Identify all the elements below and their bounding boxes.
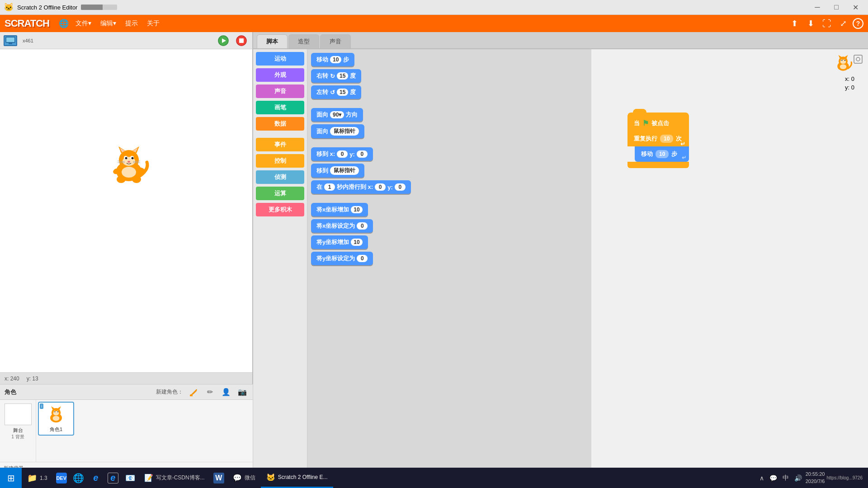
category-more[interactable]: 更多积木 [256, 203, 304, 216]
block-glide[interactable]: 在 1 秒内滑行到 x: 0 y: 0 [311, 180, 411, 194]
category-sensing[interactable]: 侦测 [256, 170, 304, 184]
taskbar-files[interactable]: 📁 1.3 [22, 468, 53, 488]
category-control[interactable]: 控制 [256, 154, 304, 168]
maximize-button[interactable]: □ [827, 0, 845, 15]
block-glide-y[interactable]: 0 [395, 183, 406, 191]
article-label: 写文章-CSDN博客... [156, 474, 205, 482]
brush-sprite-button[interactable]: ✏ [204, 386, 216, 398]
tab-scripts[interactable]: 脚本 [257, 34, 288, 48]
sprite-info-badge[interactable]: i [40, 404, 43, 409]
taskbar-scratch[interactable]: 🐱 Scratch 2 Offline E... [261, 468, 333, 488]
menu-bar: SCRATCH 🌐 文件▾ 编辑▾ 提示 关于 ⬆ ⬇ ⛶ ⤢ ? [0, 15, 868, 32]
block-set-x-value[interactable]: 0 [357, 222, 368, 230]
file-menu[interactable]: 文件▾ [71, 18, 96, 29]
block-turn-right-value[interactable]: 15 [337, 72, 348, 80]
stage-thumbnail[interactable]: 舞台 1 背景 [0, 400, 36, 462]
svg-point-38 [53, 416, 60, 421]
category-operators[interactable]: 运算 [256, 187, 304, 200]
scratch-logo[interactable]: SCRATCH [5, 18, 49, 29]
word-icon: W [213, 473, 224, 483]
block-turn-right[interactable]: 右转 ↻ 15 度 [311, 69, 361, 83]
category-events[interactable]: 事件 [256, 138, 304, 151]
script-move-block[interactable]: 移动 10 步 ↵ [635, 146, 689, 162]
block-glide-x[interactable]: 0 [375, 183, 386, 191]
globe-button[interactable]: 🌐 [57, 16, 71, 31]
block-change-x[interactable]: 将x坐标增加 10 [311, 203, 368, 216]
block-set-x[interactable]: 将x坐标设定为 0 [311, 219, 373, 233]
chat-icon[interactable]: 💬 [768, 474, 779, 482]
help-icon[interactable]: ? [853, 18, 863, 29]
block-turn-right-label: 右转 [316, 72, 328, 80]
block-change-x-value[interactable]: 10 [351, 206, 362, 213]
block-point-dir-value[interactable]: 90▾ [330, 111, 344, 118]
sprite-thumb-small [832, 54, 854, 74]
repeat-value[interactable]: 10 [660, 135, 673, 143]
taskbar-ie2[interactable]: e [104, 468, 122, 488]
dev-icon: DEV [56, 473, 67, 483]
volume-icon[interactable]: 🔊 [793, 474, 804, 482]
ie2-icon: e [108, 473, 118, 483]
camera-sprite-button[interactable]: 📷 [236, 386, 248, 398]
close-button[interactable]: ✕ [846, 0, 864, 15]
expand-icon[interactable]: ∧ [758, 474, 766, 482]
block-point-toward[interactable]: 面向 鼠标指针 [311, 124, 364, 138]
block-move[interactable]: 移动 10 步 [311, 53, 354, 66]
download-icon[interactable]: ⬇ [804, 17, 817, 30]
category-looks[interactable]: 外观 [256, 68, 304, 82]
stage-canvas [0, 49, 252, 372]
category-data[interactable]: 数据 [256, 117, 304, 131]
paint-sprite-button[interactable] [188, 386, 199, 398]
taskbar-email[interactable]: 📧 [122, 468, 139, 488]
script-hat-block[interactable]: 当 ⚑ 被点击 [627, 113, 689, 131]
title-bar: 🐱 Scratch 2 Offline Editor ─ □ ✕ [0, 0, 868, 15]
block-goto-target-value[interactable]: 鼠标指针 [330, 166, 359, 175]
block-goto-target[interactable]: 移到 鼠标指针 [311, 164, 364, 178]
tab-costumes[interactable]: 造型 [288, 34, 319, 48]
taskbar-ie1[interactable]: e [87, 468, 104, 488]
taskbar-dev[interactable]: DEV [53, 468, 70, 488]
taskbar-article[interactable]: 📝 写文章-CSDN博客... [139, 468, 210, 488]
block-change-y[interactable]: 将y坐标增加 10 [311, 235, 368, 249]
about-menu[interactable]: 关于 [142, 18, 164, 29]
block-point-toward-target[interactable]: 鼠标指针 [330, 127, 359, 136]
fullscreen-toggle[interactable] [852, 53, 864, 66]
category-pen[interactable]: 画笔 [256, 101, 304, 114]
tips-menu[interactable]: 提示 [121, 18, 142, 29]
blog-url: https://blog...9726 [826, 475, 863, 480]
stop-button[interactable] [234, 34, 249, 47]
tab-sounds[interactable]: 声音 [320, 34, 351, 48]
script-repeat-block[interactable]: 重复执行 10 次 ↵ [627, 131, 689, 146]
block-set-y-value[interactable]: 0 [357, 255, 368, 262]
block-set-y[interactable]: 将y坐标设定为 0 [311, 252, 373, 265]
move-value[interactable]: 10 [656, 150, 669, 158]
block-goto-y-value[interactable]: 0 [357, 150, 368, 158]
taskbar-chrome[interactable]: 🌐 [70, 468, 87, 488]
taskbar-wechat[interactable]: 💬 微信 [227, 468, 261, 488]
category-motion[interactable]: 运动 [256, 52, 304, 66]
resize-icon[interactable]: ⤢ [836, 17, 850, 30]
edit-menu[interactable]: 编辑▾ [96, 18, 121, 29]
minimize-button[interactable]: ─ [808, 0, 826, 15]
cat-sprite [104, 144, 149, 185]
system-clock[interactable]: 20:55:20 2020/7/6 [806, 471, 825, 485]
hat-when-label: 当 [634, 119, 640, 127]
category-sound[interactable]: 声音 [256, 84, 304, 98]
lang-icon[interactable]: 中 [781, 474, 791, 482]
block-goto-xy[interactable]: 移到 x: 0 y: 0 [311, 147, 373, 161]
block-goto-x-value[interactable]: 0 [337, 150, 348, 158]
start-button[interactable]: ⊞ [0, 468, 22, 488]
taskbar-word[interactable]: W [210, 468, 227, 488]
fullscreen-icon[interactable]: ⛶ [820, 17, 834, 30]
block-turn-left[interactable]: 左转 ↺ 15 度 [311, 85, 361, 99]
block-point-dir[interactable]: 面向 90▾ 方向 [311, 108, 363, 122]
block-turn-left-suffix: 度 [350, 88, 356, 96]
block-move-value[interactable]: 10 [330, 56, 341, 63]
sprite-item[interactable]: i [38, 402, 74, 436]
upload-sprite-button[interactable]: 👤 [220, 386, 232, 398]
green-flag-button[interactable] [216, 34, 231, 47]
block-set-x-label: 将x坐标设定为 [316, 222, 355, 230]
block-turn-left-value[interactable]: 15 [337, 89, 348, 96]
block-glide-secs[interactable]: 1 [324, 183, 335, 191]
upload-icon[interactable]: ⬆ [788, 17, 801, 30]
block-change-y-value[interactable]: 10 [351, 239, 362, 246]
